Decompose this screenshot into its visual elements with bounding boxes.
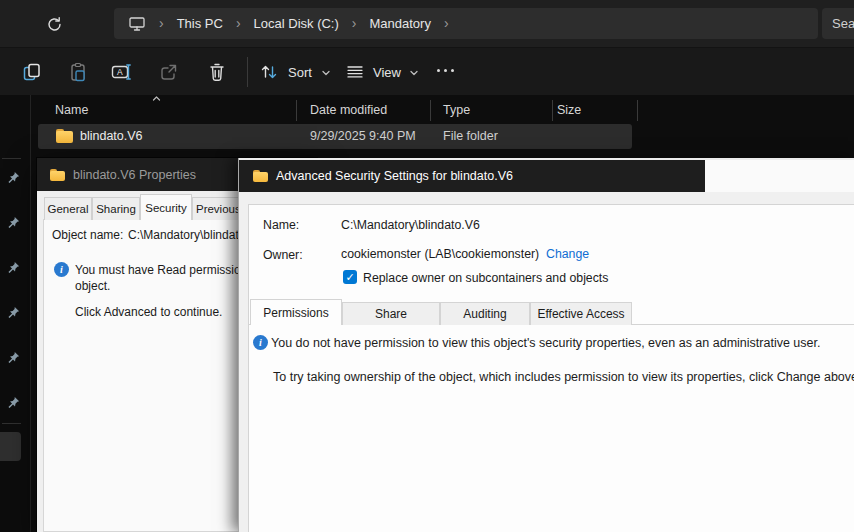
column-separator[interactable] — [637, 100, 638, 121]
paste-icon — [68, 62, 88, 82]
refresh-button[interactable] — [42, 12, 66, 36]
breadcrumb-item-local-disk[interactable]: Local Disk (C:) — [254, 16, 339, 31]
column-separator[interactable] — [296, 100, 297, 121]
svg-text:A: A — [117, 67, 123, 77]
sort-button[interactable] — [257, 58, 281, 86]
sort-label[interactable]: Sort — [288, 65, 312, 80]
breadcrumb-item-this-pc[interactable]: This PC — [177, 16, 223, 31]
tab-security[interactable]: Security — [140, 194, 192, 220]
pin-icon[interactable] — [6, 216, 20, 230]
delete-button[interactable] — [203, 58, 231, 86]
column-header-type[interactable]: Type — [443, 103, 470, 117]
take-ownership-message: To try taking ownership of the object, w… — [273, 370, 854, 384]
advanced-titlebar[interactable]: Advanced Security Settings for blindato.… — [239, 160, 705, 192]
no-permission-message: You do not have permission to view this … — [271, 336, 820, 350]
column-separator[interactable] — [552, 100, 553, 121]
sidebar-separator — [2, 423, 21, 424]
share-button[interactable] — [155, 58, 183, 86]
tab-security-label: Security — [145, 202, 187, 214]
sort-icon — [259, 62, 279, 82]
delete-icon — [208, 62, 226, 82]
rename-button[interactable]: A — [108, 58, 136, 86]
owner-label: Owner: — [263, 248, 303, 262]
tab-sharing[interactable]: Sharing — [92, 197, 140, 220]
folder-icon — [253, 170, 268, 182]
tab-permissions[interactable]: Permissions — [250, 299, 342, 325]
column-header-date-modified[interactable]: Date modified — [310, 103, 387, 117]
advanced-security-dialog: Advanced Security Settings for blindato.… — [238, 158, 854, 532]
folder-icon — [56, 129, 73, 143]
navigation-bar: › This PC › Local Disk (C:) › Mandatory … — [0, 0, 854, 47]
read-permissions-message-line1: You must have Read permissions — [75, 263, 253, 277]
sidebar-selected-item[interactable] — [0, 432, 21, 461]
click-advanced-hint: Click Advanced to continue. — [75, 305, 222, 319]
replace-owner-label: Replace owner on subcontainers and objec… — [363, 271, 608, 285]
breadcrumb-separator: › — [352, 16, 357, 32]
tab-effective-access-label: Effective Access — [537, 307, 624, 321]
breadcrumb-separator: › — [236, 16, 241, 32]
sidebar-separator — [2, 158, 21, 159]
view-label[interactable]: View — [373, 65, 401, 80]
titlebar-light-area — [705, 160, 854, 192]
sidebar-divider — [30, 95, 31, 532]
paste-button[interactable] — [64, 58, 92, 86]
file-date-modified: 9/29/2025 9:40 PM — [310, 129, 416, 143]
toolbar-divider — [247, 57, 248, 87]
pin-icon[interactable] — [6, 261, 20, 275]
search-input[interactable]: Sea — [822, 8, 854, 39]
share-icon — [159, 62, 179, 82]
advanced-dialog-title: Advanced Security Settings for blindato.… — [276, 169, 513, 183]
column-header-name[interactable]: Name — [55, 103, 88, 117]
file-name[interactable]: blindato.V6 — [80, 129, 143, 143]
folder-icon — [50, 169, 65, 181]
tab-share[interactable]: Share — [342, 302, 440, 325]
info-icon: i — [54, 262, 69, 277]
rename-icon: A — [111, 62, 133, 82]
tab-sharing-label: Sharing — [96, 203, 136, 215]
info-icon: i — [253, 335, 268, 350]
owner-value: cookiemonster (LAB\cookiemonster) — [341, 247, 539, 261]
this-pc-icon — [128, 16, 146, 32]
tab-auditing-label: Auditing — [463, 307, 506, 321]
column-header-size[interactable]: Size — [557, 103, 581, 117]
breadcrumb-separator: › — [159, 16, 164, 32]
copy-button[interactable] — [18, 58, 46, 86]
refresh-icon — [46, 16, 63, 33]
chevron-down-icon — [321, 69, 331, 77]
properties-dialog-title: blindato.V6 Properties — [73, 168, 196, 182]
pin-icon[interactable] — [6, 171, 20, 185]
copy-icon — [22, 62, 42, 82]
object-name-label: Object name: — [52, 228, 123, 242]
tab-auditing[interactable]: Auditing — [440, 302, 530, 325]
name-label: Name: — [263, 218, 299, 232]
change-owner-link[interactable]: Change — [546, 247, 589, 261]
pin-icon[interactable] — [6, 306, 20, 320]
tab-general[interactable]: General — [44, 197, 92, 220]
file-type: File folder — [443, 129, 498, 143]
breadcrumb-separator: › — [444, 16, 449, 32]
tab-effective-access[interactable]: Effective Access — [530, 302, 632, 325]
address-bar[interactable]: › This PC › Local Disk (C:) › Mandatory … — [114, 8, 818, 39]
tab-permissions-label: Permissions — [263, 306, 328, 320]
tab-general-label: General — [48, 203, 89, 215]
sort-ascending-icon — [152, 95, 161, 102]
search-value: Sea — [832, 16, 854, 31]
name-value: C:\Mandatory\blindato.V6 — [341, 218, 480, 232]
column-separator[interactable] — [430, 100, 431, 121]
pin-icon[interactable] — [6, 351, 20, 365]
chevron-down-icon — [409, 69, 419, 77]
explorer-window: › This PC › Local Disk (C:) › Mandatory … — [0, 0, 854, 532]
pin-icon[interactable] — [6, 396, 20, 410]
view-icon — [346, 64, 364, 80]
read-permissions-message-line2: object. — [75, 279, 110, 293]
breadcrumb-item-mandatory[interactable]: Mandatory — [370, 16, 431, 31]
view-button[interactable] — [343, 58, 367, 86]
see-more-button[interactable] — [437, 69, 454, 72]
replace-owner-checkbox[interactable]: ✓ — [343, 270, 357, 284]
tab-share-label: Share — [375, 307, 407, 321]
